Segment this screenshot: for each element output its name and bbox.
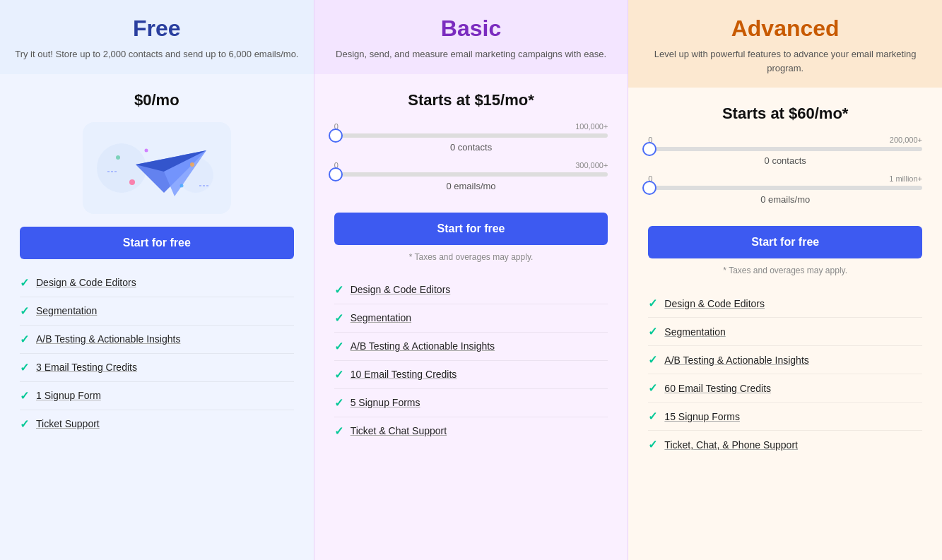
feature-label[interactable]: Design & Code Editors — [36, 277, 136, 288]
list-item: ✓ A/B Testing & Actionable Insights — [334, 333, 608, 361]
check-icon: ✓ — [334, 283, 343, 297]
list-item: ✓ Ticket, Chat, & Phone Support — [648, 431, 922, 458]
basic-tagline: Design, send, and measure email marketin… — [329, 47, 614, 61]
plan-basic: Basic Design, send, and measure email ma… — [314, 0, 629, 560]
feature-label[interactable]: Design & Code Editors — [664, 298, 765, 309]
advanced-sliders: 0 200,000+ 0 contacts 0 1 million+ — [648, 136, 922, 213]
check-icon: ✓ — [648, 381, 657, 395]
svg-point-5 — [129, 179, 135, 185]
free-price: $0/mo — [20, 91, 294, 109]
basic-cta-button[interactable]: Start for free — [334, 213, 608, 245]
check-icon: ✓ — [334, 368, 343, 381]
advanced-slider1-value: 0 contacts — [648, 155, 922, 166]
advanced-emails-slider-row: 0 1 million+ 0 emails/mo — [648, 174, 922, 205]
advanced-slider1-max: 200,000+ — [890, 136, 922, 144]
basic-slider2-thumb — [329, 167, 343, 181]
advanced-slider1-thumb — [642, 142, 657, 156]
advanced-slider1-track — [648, 147, 922, 151]
advanced-features-list: ✓ Design & Code Editors ✓ Segmentation ✓… — [648, 290, 922, 458]
check-icon: ✓ — [20, 276, 29, 290]
advanced-contacts-slider-row: 0 200,000+ 0 contacts — [648, 136, 922, 166]
check-icon: ✓ — [648, 353, 657, 367]
list-item: ✓ Design & Code Editors — [20, 269, 294, 297]
list-item: ✓ Ticket & Chat Support — [334, 417, 608, 445]
basic-slider2-labels: 0 300,000+ — [334, 161, 608, 169]
list-item: ✓ 60 Email Testing Credits — [648, 374, 922, 403]
feature-label[interactable]: Segmentation — [664, 326, 725, 338]
list-item: ✓ Design & Code Editors — [334, 276, 608, 304]
basic-features-list: ✓ Design & Code Editors ✓ Segmentation ✓… — [334, 276, 608, 445]
free-illustration — [83, 122, 231, 214]
basic-slider1-labels: 0 100,000+ — [334, 122, 608, 131]
feature-label[interactable]: Ticket Support — [36, 418, 100, 429]
svg-point-7 — [190, 162, 194, 167]
advanced-tax-note: * Taxes and overages may apply. — [648, 266, 922, 275]
svg-point-0 — [97, 143, 146, 193]
free-tagline: Try it out! Store up to 2,000 contacts a… — [14, 47, 300, 61]
check-icon: ✓ — [20, 304, 29, 318]
advanced-slider2-value: 0 emails/mo — [648, 194, 922, 205]
basic-slider2-value: 0 emails/mo — [334, 181, 608, 191]
check-icon: ✓ — [648, 438, 657, 451]
list-item: ✓ 5 Signup Forms — [334, 389, 608, 417]
list-item: ✓ Ticket Support — [20, 410, 294, 438]
list-item: ✓ 10 Email Testing Credits — [334, 361, 608, 389]
list-item: ✓ 15 Signup Forms — [648, 403, 922, 431]
advanced-cta-button[interactable]: Start for free — [648, 226, 922, 258]
feature-label[interactable]: Design & Code Editors — [351, 284, 451, 295]
check-icon: ✓ — [334, 311, 343, 325]
basic-slider1-value: 0 contacts — [334, 142, 608, 153]
feature-label[interactable]: 15 Signup Forms — [664, 411, 740, 422]
feature-label[interactable]: 5 Signup Forms — [351, 397, 420, 408]
basic-emails-slider-row: 0 300,000+ 0 emails/mo — [334, 161, 608, 191]
free-header: Free Try it out! Store up to 2,000 conta… — [0, 0, 314, 74]
basic-sliders: 0 100,000+ 0 contacts 0 300,000+ — [334, 122, 608, 200]
advanced-slider2-thumb — [642, 181, 657, 195]
check-icon: ✓ — [334, 340, 343, 353]
check-icon: ✓ — [20, 361, 29, 374]
list-item: ✓ Design & Code Editors — [648, 290, 922, 318]
feature-label[interactable]: 1 Signup Form — [36, 390, 101, 401]
check-icon: ✓ — [648, 410, 657, 423]
paper-plane-svg — [93, 129, 220, 207]
feature-label[interactable]: Segmentation — [351, 312, 411, 323]
plan-advanced: Advanced Level up with powerful features… — [628, 0, 942, 560]
list-item: ✓ 3 Email Testing Credits — [20, 354, 294, 382]
feature-label[interactable]: 60 Email Testing Credits — [664, 383, 771, 394]
basic-slider2-max: 300,000+ — [575, 161, 608, 169]
check-icon: ✓ — [648, 297, 657, 310]
basic-header: Basic Design, send, and measure email ma… — [314, 0, 628, 74]
advanced-slider2-max: 1 million+ — [889, 174, 922, 183]
feature-label[interactable]: 10 Email Testing Credits — [351, 369, 457, 380]
check-icon: ✓ — [20, 417, 29, 431]
advanced-body: Starts at $60/mo* 0 200,000+ 0 contacts — [628, 88, 942, 560]
basic-slider1-max: 100,000+ — [575, 122, 608, 131]
free-cta-button[interactable]: Start for free — [20, 227, 294, 259]
svg-point-9 — [179, 184, 183, 187]
feature-label[interactable]: A/B Testing & Actionable Insights — [664, 355, 808, 366]
basic-contacts-slider-row: 0 100,000+ 0 contacts — [334, 122, 608, 153]
list-item: ✓ A/B Testing & Actionable Insights — [648, 346, 922, 374]
check-icon: ✓ — [334, 424, 343, 438]
feature-label[interactable]: 3 Email Testing Credits — [36, 362, 137, 373]
feature-label[interactable]: Ticket, Chat, & Phone Support — [664, 439, 798, 451]
list-item: ✓ Segmentation — [334, 304, 608, 333]
check-icon: ✓ — [20, 333, 29, 346]
free-features-list: ✓ Design & Code Editors ✓ Segmentation ✓… — [20, 269, 294, 438]
feature-label[interactable]: A/B Testing & Actionable Insights — [351, 340, 495, 352]
basic-slider2-track — [334, 172, 608, 177]
feature-label[interactable]: Segmentation — [36, 305, 97, 316]
feature-label[interactable]: A/B Testing & Actionable Insights — [36, 333, 180, 345]
advanced-plan-name: Advanced — [642, 16, 928, 42]
basic-body: Starts at $15/mo* 0 100,000+ 0 contacts — [314, 74, 628, 561]
basic-slider1-thumb — [329, 129, 343, 143]
feature-label[interactable]: Ticket & Chat Support — [351, 425, 447, 436]
advanced-slider2-track — [648, 186, 922, 190]
basic-slider1-track — [334, 133, 608, 138]
svg-point-8 — [144, 148, 148, 152]
advanced-tagline: Level up with powerful features to advan… — [642, 47, 928, 75]
list-item: ✓ Segmentation — [648, 318, 922, 346]
check-icon: ✓ — [20, 389, 29, 403]
advanced-price: Starts at $60/mo* — [648, 105, 922, 123]
basic-tax-note: * Taxes and overages may apply. — [334, 252, 608, 262]
